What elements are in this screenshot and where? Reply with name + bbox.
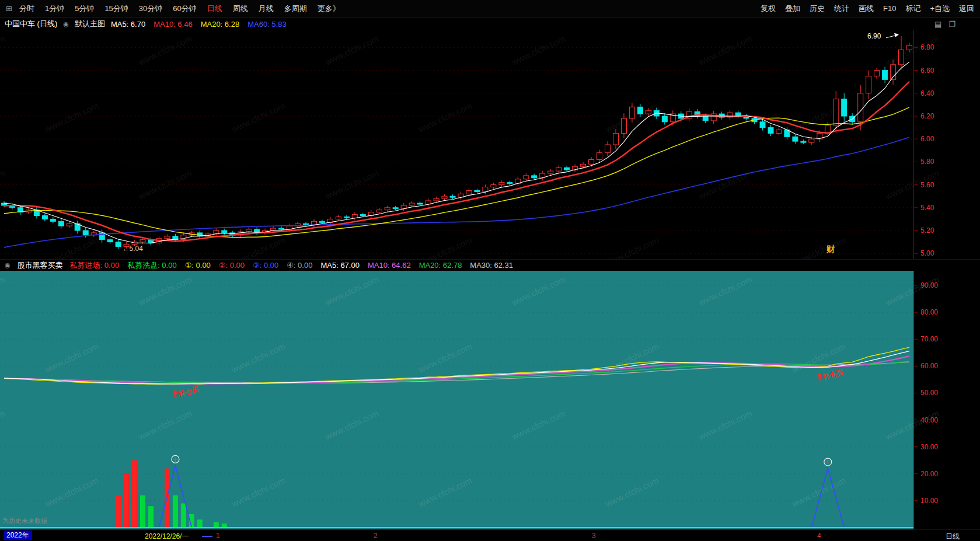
candle-body [899, 50, 904, 65]
action-复权[interactable]: 复权 [761, 4, 776, 14]
action-历史[interactable]: 历史 [810, 4, 825, 14]
candle-body [507, 183, 512, 184]
ma-legend-item: MA5: 6.70 [111, 20, 145, 29]
watermark: www.cfchi.com [696, 33, 754, 67]
indicator-axis-label: 90.00 [920, 281, 938, 289]
high-annotation-arrowhead [894, 33, 899, 37]
price-axis-label: 6.20 [920, 112, 934, 120]
action-+自选[interactable]: +自选 [930, 4, 950, 14]
tab-1分钟[interactable]: 1分钟 [45, 4, 64, 14]
candle-body [637, 107, 643, 114]
corner-logo-text: 财 [826, 244, 835, 254]
action-返回[interactable]: 返回 [959, 4, 974, 14]
candle-body [246, 229, 252, 232]
ma20-line [4, 107, 909, 238]
candle-body [491, 185, 496, 187]
candle-body [165, 236, 170, 239]
candle-body [319, 221, 325, 222]
candle-body [760, 122, 765, 128]
indicator-legend: 私募进场: 0.00私募洗盘: 0.00①: 0.00②: 0.00③: 0.0… [70, 260, 513, 271]
candle-body [809, 139, 814, 142]
price-axis-label: 5.00 [920, 249, 934, 257]
timeline-month-3: 3 [592, 532, 596, 540]
menu-icon[interactable]: ⊞ [6, 4, 12, 13]
candle-body [564, 167, 570, 170]
candle-body [344, 217, 349, 218]
candle-body [279, 228, 284, 229]
action-标记[interactable]: 标记 [905, 4, 920, 14]
tab-日线[interactable]: 日线 [207, 4, 222, 14]
signal-bar [173, 495, 178, 528]
tab-5分钟[interactable]: 5分钟 [75, 4, 94, 14]
candle-body [376, 210, 382, 212]
tab-60分钟[interactable]: 60分钟 [173, 4, 196, 14]
watermark: www.cfchi.com [790, 235, 847, 259]
action-统计[interactable]: 统计 [834, 4, 849, 14]
indicator-axis-label: 70.00 [920, 335, 938, 343]
indicator-title[interactable]: 股市黑客买卖 [18, 260, 63, 271]
candle-body [833, 99, 839, 125]
indicator-legend-item: ①: 0.00 [185, 261, 211, 270]
tab-月线[interactable]: 月线 [259, 4, 274, 14]
tab-更多》[interactable]: 更多》 [318, 4, 340, 14]
candle-body [385, 208, 390, 210]
candle-body [442, 196, 447, 198]
tab-15分钟[interactable]: 15分钟 [104, 4, 128, 14]
watermark: www.cfchi.com [43, 100, 100, 134]
candle-body [532, 176, 537, 178]
tab-周线[interactable]: 周线 [233, 4, 248, 14]
tab-多周期[interactable]: 多周期 [284, 4, 307, 14]
ma5-line [4, 62, 909, 243]
signal-bar [197, 519, 203, 528]
overlay-label[interactable]: 默认主图 [75, 19, 105, 29]
toolbar-actions: 复权叠加历史统计画线F10标记+自选返回 [761, 4, 974, 14]
candle-body [360, 215, 365, 216]
price-axis-label: 5.60 [920, 181, 934, 189]
chart-corner-icons: ▤❐ [934, 20, 975, 29]
candle-body [50, 219, 55, 221]
price-axis-label: 5.80 [920, 158, 934, 166]
signal-bar [148, 506, 154, 528]
watermark: www.cfchi.com [416, 100, 473, 134]
signal-bar [132, 460, 137, 528]
candle-body [874, 71, 880, 76]
watermark: www.cfchi.com [510, 33, 567, 67]
info-bar: 中国中车 (日线) ◉ 默认主图 MA5: 6.70MA10: 6.46MA20… [0, 18, 980, 30]
indicator-svg[interactable]: www.cfchi.comwww.cfchi.comwww.cfchi.comw… [0, 271, 980, 529]
candle-body [466, 190, 472, 194]
indicator-legend-item: ④: 0.00 [287, 261, 312, 270]
action-画线[interactable]: 画线 [859, 4, 874, 14]
candle-body [336, 217, 341, 219]
baseline [0, 527, 913, 528]
candle-body [597, 153, 602, 160]
candle-body [646, 110, 651, 114]
watermark: www.cfchi.com [323, 33, 380, 67]
candle-body [866, 76, 871, 93]
signal-bar [222, 523, 227, 528]
candle-body [858, 93, 863, 122]
main-chart[interactable]: www.cfchi.comwww.cfchi.comwww.cfchi.comw… [0, 30, 980, 259]
overlay-toggle-icon[interactable]: ◉ [63, 20, 69, 28]
timeline[interactable]: 2022年2022/12/26/一1234日线 [0, 529, 980, 541]
indicator-legend-item: MA10: 64.62 [368, 261, 411, 270]
collapse-icon[interactable]: ◉ [5, 261, 11, 269]
action-叠加[interactable]: 叠加 [785, 4, 800, 14]
timeline-cursor-dash [202, 536, 212, 537]
watermark: www.cfchi.com [0, 33, 6, 67]
fullscreen-icon[interactable]: ❐ [948, 20, 955, 29]
tab-30分钟[interactable]: 30分钟 [139, 4, 162, 14]
main-chart-svg[interactable]: www.cfchi.comwww.cfchi.comwww.cfchi.comw… [0, 30, 980, 259]
indicator-legend-item: ②: 0.00 [219, 261, 245, 270]
tab-分时[interactable]: 分时 [19, 4, 34, 14]
price-axis-label: 5.40 [920, 204, 934, 212]
candle-body [883, 71, 888, 80]
action-F10[interactable]: F10 [883, 4, 896, 13]
indicator-legend-item: MA5: 67.00 [320, 261, 360, 270]
price-axis-label: 6.60 [920, 67, 934, 75]
candle-body [629, 107, 634, 118]
indicator-panel[interactable]: www.cfchi.comwww.cfchi.comwww.cfchi.comw… [0, 271, 980, 529]
candle-body [768, 128, 773, 134]
watermark: www.cfchi.com [510, 167, 567, 201]
detail-icon[interactable]: ▤ [934, 20, 941, 29]
candle-body [107, 240, 113, 242]
